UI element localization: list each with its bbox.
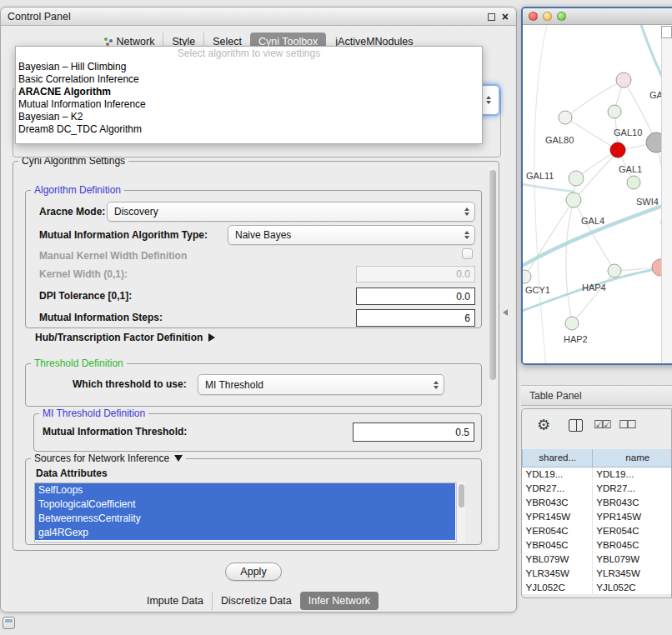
table-row[interactable]: YDR27...YDR27...12 [523, 481, 672, 495]
attributes-list-scrollbar[interactable] [456, 482, 465, 542]
column-header-shared[interactable]: shared... [523, 449, 593, 467]
column-header-name[interactable]: name [593, 449, 672, 467]
panel-collapse-arrow-icon[interactable] [503, 309, 508, 316]
algorithm-definition-group: Algorithm Definition Aracne Mode: Discov… [25, 190, 482, 328]
which-threshold-select[interactable]: MI Threshold [198, 374, 444, 395]
select-all-icon[interactable]: ☑☑ [594, 418, 609, 431]
table-cell: YBR045C [523, 538, 593, 552]
minimize-traffic-light[interactable] [543, 12, 552, 21]
network-view-window: GAL8GAL80GAL10GAL11GAL1SWI4GAL4GCY1HAP4H… [521, 7, 672, 365]
algorithm-option-aracne-algorithm[interactable]: ARACNE Algorithm [16, 86, 482, 98]
network-graph[interactable]: GAL8GAL80GAL10GAL11GAL1SWI4GAL4GCY1HAP4H… [523, 25, 672, 365]
desktop: Control Panel × NetworkStyleSelectCyni T… [0, 0, 672, 635]
manual-kernel-width-checkbox [462, 248, 473, 259]
table-row[interactable]: YJL052CYJL052C [523, 580, 672, 594]
attribute-selfloops[interactable]: SelfLoops [35, 483, 455, 498]
sources-group: Sources for Network Inference Data Attri… [25, 458, 482, 545]
aracne-mode-value: Discovery [114, 206, 158, 218]
table-panel-header[interactable]: Table Panel [521, 385, 672, 406]
network-node[interactable] [565, 317, 579, 330]
network-node[interactable] [566, 192, 581, 208]
data-attributes-label: Data Attributes [36, 468, 108, 479]
table-row[interactable]: YBL079WYBL079W [523, 552, 672, 566]
network-window-titlebar[interactable] [523, 8, 672, 25]
mi-algorithm-type-label: Mutual Information Algorithm Type: [39, 225, 208, 245]
settings-scrollbar[interactable] [489, 167, 496, 545]
network-node[interactable] [608, 264, 621, 278]
table-row[interactable]: YDL19...YDL19...13 [523, 467, 672, 481]
which-threshold-value: MI Threshold [205, 379, 263, 391]
table-cell: YLR345W [593, 566, 672, 580]
data-attributes-list[interactable]: SelfLoopsTopologicalCoefficientBetweenne… [34, 482, 465, 542]
node-label-gcy1: GCY1 [525, 285, 550, 295]
zoom-traffic-light[interactable] [557, 12, 566, 21]
mi-threshold-legend: MI Threshold Definition [39, 408, 148, 419]
dpi-tolerance-label: DPI Tolerance [0,1]: [39, 288, 132, 305]
tab-discretize-data[interactable]: Discretize Data [212, 592, 300, 610]
apply-button[interactable]: Apply [225, 562, 282, 581]
node-label-hap4: HAP4 [582, 282, 606, 292]
network-scrollbar[interactable] [661, 38, 672, 363]
control-panel-titlebar: Control Panel × [1, 8, 516, 26]
popup-prompt: Select algorithm to view settings [16, 47, 482, 61]
table-row[interactable]: YPR145WYPR145W9. [523, 509, 672, 523]
network-node[interactable] [569, 171, 584, 186]
close-traffic-light[interactable] [529, 12, 538, 21]
cyni-algorithm-settings-group: Cyni Algorithm Settings Algorithm Defini… [13, 161, 499, 551]
close-icon[interactable]: × [502, 8, 509, 26]
sources-title: Sources for Network Inference [34, 452, 169, 464]
network-node[interactable] [523, 270, 531, 283]
attribute-gal4rgexp[interactable]: gal4RGexp [35, 526, 455, 540]
mi-steps-field[interactable] [356, 309, 475, 327]
attribute-betweennesscentrality[interactable]: BetweennessCentrality [35, 512, 455, 526]
deselect-all-icon[interactable]: ☐☐ [619, 418, 634, 431]
threshold-definition-legend: Threshold Definition [31, 358, 127, 369]
table-cell: YDL19... [593, 467, 672, 481]
algorithm-option-bayesian-hill-climbing[interactable]: Bayesian – Hill Climbing [16, 61, 482, 73]
network-node[interactable] [610, 142, 625, 158]
columns-icon[interactable] [569, 419, 583, 432]
network-node[interactable] [608, 105, 621, 118]
titlebar-buttons: × [488, 8, 509, 26]
algorithm-option-mutual-information-inference[interactable]: Mutual Information Inference [16, 98, 482, 111]
network-node[interactable] [627, 176, 640, 189]
dock-panel-icon[interactable] [3, 617, 15, 629]
tab-impute-data[interactable]: Impute Data [138, 592, 212, 610]
dpi-tolerance-field[interactable] [356, 288, 475, 305]
collapse-down-arrow-icon[interactable] [174, 455, 183, 462]
attributes-scrollbar-thumb[interactable] [459, 484, 464, 508]
mi-threshold-definition-group: MI Threshold Definition Mutual Informati… [33, 413, 482, 452]
aracne-mode-label: Aracne Mode: [39, 202, 105, 222]
combo-arrows-icon [464, 208, 469, 216]
gear-icon[interactable]: ⚙ [537, 416, 550, 434]
network-node[interactable] [616, 72, 631, 88]
algorithm-definition-legend: Algorithm Definition [31, 184, 124, 196]
aracne-mode-select[interactable]: Discovery [107, 202, 475, 222]
algorithm-option-basic-correlation-inference[interactable]: Basic Correlation Inference [16, 73, 482, 86]
table-row[interactable]: YER054CYER054C8. [523, 523, 672, 538]
float-window-icon[interactable] [488, 13, 495, 21]
table-row[interactable]: YBR045CYBR045C9. [523, 538, 672, 552]
node-label-gal4: GAL4 [581, 216, 604, 226]
expand-right-arrow-icon[interactable] [208, 333, 215, 342]
node-label-swi4: SWI4 [636, 197, 659, 207]
mi-steps-label: Mutual Information Steps: [39, 309, 163, 327]
table-cell: YJL052C [523, 580, 593, 594]
table-cell: YBR043C [523, 495, 593, 509]
network-node[interactable] [559, 111, 572, 124]
algorithm-option-bayesian-k2[interactable]: Bayesian – K2 [16, 111, 482, 123]
table-row[interactable]: YLR345WYLR345W9. [523, 566, 672, 580]
mi-threshold-field[interactable] [353, 422, 474, 442]
network-scrollbar-button[interactable] [661, 26, 672, 38]
sources-legend[interactable]: Sources for Network Inference [31, 452, 186, 464]
table-row[interactable]: YBR043CYBR043C [523, 495, 672, 509]
attribute-topologicalcoefficient[interactable]: TopologicalCoefficient [35, 498, 455, 512]
node-label-hap2: HAP2 [564, 334, 588, 344]
settings-scrollbar-thumb[interactable] [489, 170, 496, 380]
algorithm-option-dream8-dc-tdc-algorithm[interactable]: Dream8 DC_TDC Algorithm [16, 123, 482, 136]
table-cell: YPR145W [593, 509, 672, 523]
network-canvas[interactable]: GAL8GAL80GAL10GAL11GAL1SWI4GAL4GCY1HAP4H… [523, 25, 672, 363]
tab-infer-network[interactable]: Infer Network [300, 592, 379, 610]
mi-algorithm-type-select[interactable]: Naive Bayes [228, 225, 475, 245]
hub-transcription-factor-section[interactable]: Hub/Transcription Factor Definition [35, 332, 215, 343]
